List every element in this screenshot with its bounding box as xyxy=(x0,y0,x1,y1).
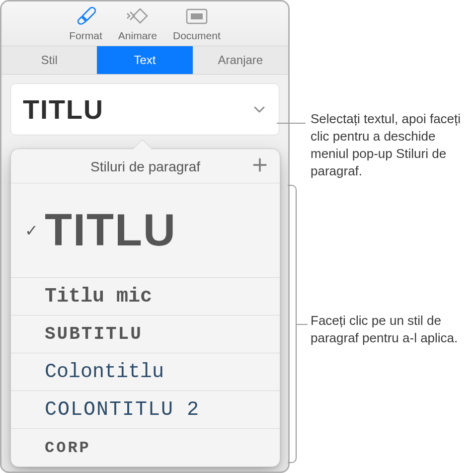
svg-rect-1 xyxy=(191,13,203,19)
style-label: CORP xyxy=(45,439,270,457)
paragraph-style-selector[interactable]: TITLU xyxy=(10,83,279,135)
checkmark-icon: ✓ xyxy=(25,221,45,240)
callout-bracket xyxy=(288,185,297,463)
paragraph-style-list: ✓ TITLU Titlu mic SUBTITLU Colontitlu CO… xyxy=(11,183,280,467)
style-row-titlu[interactable]: ✓ TITLU xyxy=(11,183,280,278)
document-label: Document xyxy=(173,30,221,42)
plus-icon xyxy=(251,156,269,174)
callout-line xyxy=(277,123,306,124)
callout-text-1: Selectați textul, apoi faceți clic pentr… xyxy=(311,110,470,180)
style-row-subtitlu[interactable]: SUBTITLU xyxy=(11,315,280,353)
tab-style[interactable]: Stil xyxy=(1,46,97,74)
format-label: Format xyxy=(69,30,102,42)
format-inspector-panel: Format Animare Document Stil Text Aranja… xyxy=(0,0,290,473)
tab-text[interactable]: Text xyxy=(97,46,192,74)
popover-title: Stiluri de paragraf xyxy=(90,159,200,175)
style-label: SUBTITLU xyxy=(45,324,270,344)
chevron-down-icon xyxy=(252,102,267,117)
add-style-button[interactable] xyxy=(251,156,269,177)
callout-line xyxy=(297,324,308,325)
style-row-titlu-mic[interactable]: Titlu mic xyxy=(11,278,280,315)
style-label: COLONTITLU 2 xyxy=(45,398,270,421)
document-icon xyxy=(185,6,209,28)
popover-header: Stiluri de paragraf xyxy=(11,149,280,183)
style-label: Colontitlu xyxy=(45,361,270,383)
paragraph-styles-popover: Stiluri de paragraf ✓ TITLU Titlu mic SU… xyxy=(10,149,280,467)
format-toolbar-button[interactable]: Format xyxy=(69,6,102,42)
animate-label: Animare xyxy=(118,30,157,42)
diamond-icon xyxy=(125,6,150,28)
tab-arrange[interactable]: Aranjare xyxy=(193,46,288,74)
style-label: Titlu mic xyxy=(45,285,270,308)
animate-toolbar-button[interactable]: Animare xyxy=(118,6,157,42)
inspector-tabs: Stil Text Aranjare xyxy=(1,46,288,75)
style-row-corp[interactable]: CORP xyxy=(11,429,280,467)
paintbrush-icon xyxy=(75,6,97,28)
toolbar: Format Animare Document xyxy=(1,1,288,46)
current-style-name: TITLU xyxy=(23,94,104,125)
style-row-colontitlu[interactable]: Colontitlu xyxy=(11,353,280,391)
callouts-layer: Selectați textul, apoi faceți clic pentr… xyxy=(290,0,476,473)
style-label: TITLU xyxy=(45,205,270,256)
callout-text-2: Faceți clic pe un stil de paragraf pentr… xyxy=(311,312,460,347)
style-row-colontitlu-2[interactable]: COLONTITLU 2 xyxy=(11,391,280,429)
document-toolbar-button[interactable]: Document xyxy=(173,6,221,42)
